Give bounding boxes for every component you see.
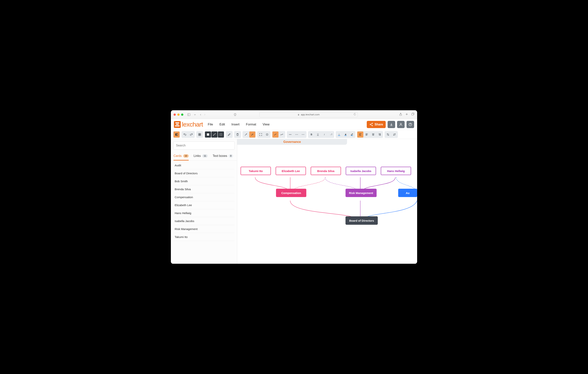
tool-magic-style[interactable] xyxy=(249,131,255,138)
new-tab-icon[interactable] xyxy=(405,113,409,117)
tool-fill-color[interactable] xyxy=(343,131,348,138)
node-label: Hans Hellwig xyxy=(387,169,405,173)
tool-align-left[interactable] xyxy=(357,131,363,138)
tool-align-left2[interactable] xyxy=(364,131,370,138)
node-committee[interactable]: Compensation xyxy=(276,189,306,197)
tool-magic-layout[interactable] xyxy=(243,131,249,138)
list-item[interactable]: Board of Directors xyxy=(174,169,234,177)
account-button[interactable] xyxy=(397,121,405,128)
app-header: lexchart File Edit Insert Format View Sh… xyxy=(171,119,417,130)
tool-collapse[interactable] xyxy=(264,131,270,138)
tool-grid[interactable] xyxy=(197,131,203,138)
close-window-button[interactable] xyxy=(174,114,176,116)
tool-link-elbow[interactable] xyxy=(279,131,285,138)
menu-edit[interactable]: Edit xyxy=(219,123,225,126)
tool-direction-vertical[interactable] xyxy=(385,131,391,138)
nav-back-button[interactable]: ‹ xyxy=(199,113,202,117)
node-board[interactable]: Board of Directors xyxy=(346,216,378,225)
node-person[interactable]: Hans Hellwig xyxy=(381,167,411,175)
list-item[interactable]: Risk Management xyxy=(174,225,234,233)
share-icon[interactable] xyxy=(399,113,402,117)
tab-cards-label: Cards xyxy=(174,154,182,158)
tool-edit[interactable] xyxy=(226,131,232,138)
tool-link-curved[interactable] xyxy=(273,131,278,138)
chart-title-tab[interactable]: Governance xyxy=(237,139,347,145)
tool-redo[interactable] xyxy=(188,131,194,138)
list-item[interactable]: Bob Smith xyxy=(174,177,234,185)
node-label: Board of Directors xyxy=(349,219,374,222)
shield-icon[interactable] xyxy=(232,113,238,117)
sidebar-toggle-icon[interactable] xyxy=(186,113,192,117)
share-button[interactable]: Share xyxy=(367,121,386,128)
menu-bar: File Edit Insert Format View xyxy=(208,123,270,126)
url-bar[interactable]: app.lexchart.com xyxy=(259,112,358,117)
tool-align-center[interactable] xyxy=(370,131,376,138)
svg-point-31 xyxy=(253,135,254,135)
tabs-overview-icon[interactable] xyxy=(411,113,414,117)
share-network-icon xyxy=(369,123,373,126)
list-item[interactable]: Compensation xyxy=(174,193,234,201)
node-label: Compensation xyxy=(281,191,301,195)
menu-file[interactable]: File xyxy=(208,123,213,126)
reload-icon[interactable] xyxy=(354,113,356,116)
menu-view[interactable]: View xyxy=(262,123,270,126)
tab-textboxes[interactable]: Text boxes 0 xyxy=(213,152,233,160)
tool-panel-toggle[interactable] xyxy=(174,131,179,138)
link-layer xyxy=(237,139,417,264)
list-item[interactable]: Elizabeth Lee xyxy=(174,201,234,209)
svg-line-11 xyxy=(370,125,372,125)
node-person[interactable]: Brenda Silva xyxy=(311,167,341,175)
svg-rect-44 xyxy=(351,135,353,136)
list-item[interactable]: Takumi Ito xyxy=(174,233,234,241)
tool-delete[interactable] xyxy=(234,131,241,138)
list-item[interactable]: Brenda Silva xyxy=(174,185,234,193)
tool-underline[interactable]: U xyxy=(315,131,321,138)
tool-add-textbox[interactable]: T xyxy=(218,131,224,138)
svg-text:I: I xyxy=(324,133,325,136)
tool-line-solid[interactable] xyxy=(287,131,293,138)
maximize-window-button[interactable] xyxy=(181,114,183,116)
tool-line-dashed[interactable] xyxy=(294,131,300,138)
tool-add-link[interactable] xyxy=(211,131,218,138)
node-person[interactable]: Takumi Ito xyxy=(241,167,271,175)
tool-add-card[interactable] xyxy=(205,131,211,138)
tool-italic[interactable]: I xyxy=(321,131,327,138)
tool-bold[interactable]: B xyxy=(308,131,315,138)
search-input[interactable] xyxy=(173,141,235,150)
node-label: Elizabeth Lee xyxy=(282,169,300,173)
tool-align-right[interactable] xyxy=(377,131,383,138)
tool-expand[interactable] xyxy=(258,131,264,138)
nav-forward-button[interactable]: › xyxy=(203,113,206,117)
tab-textboxes-label: Text boxes xyxy=(213,154,227,158)
canvas[interactable]: Governance Takumi Ito E xyxy=(237,139,417,264)
help-button[interactable] xyxy=(407,121,414,128)
tab-textboxes-count: 0 xyxy=(229,154,233,158)
menu-insert[interactable]: Insert xyxy=(231,123,240,126)
list-item[interactable]: Isabella Jacobs xyxy=(174,217,234,225)
download-button[interactable] xyxy=(388,121,395,128)
svg-point-26 xyxy=(215,133,216,134)
menu-format[interactable]: Format xyxy=(246,123,256,126)
svg-rect-2 xyxy=(298,114,299,115)
chevron-down-icon[interactable] xyxy=(192,113,198,117)
tab-links[interactable]: Links 11 xyxy=(194,152,208,160)
tab-links-label: Links xyxy=(194,154,201,158)
node-committee[interactable]: Au xyxy=(398,189,417,197)
node-person[interactable]: Elizabeth Lee xyxy=(276,167,306,175)
app-logo[interactable]: lexchart xyxy=(174,121,203,128)
svg-point-30 xyxy=(251,134,252,134)
node-committee[interactable]: Risk Management xyxy=(346,189,377,197)
tool-line-dotted[interactable] xyxy=(300,131,306,138)
list-item[interactable]: Hans Hellwig xyxy=(174,209,234,217)
tool-text-size[interactable]: TT xyxy=(328,131,334,138)
list-item[interactable]: Audit xyxy=(174,161,234,169)
svg-rect-0 xyxy=(188,114,190,116)
node-label: Risk Management xyxy=(349,191,373,195)
tool-text-color[interactable]: A xyxy=(336,131,342,138)
node-person[interactable]: Isabella Jacobs xyxy=(346,167,376,175)
tool-undo[interactable] xyxy=(182,131,188,138)
minimize-window-button[interactable] xyxy=(177,114,179,116)
tool-border-color[interactable] xyxy=(349,131,355,138)
tool-direction-horizontal[interactable] xyxy=(391,131,398,138)
tab-cards[interactable]: Cards 10 xyxy=(174,152,189,160)
